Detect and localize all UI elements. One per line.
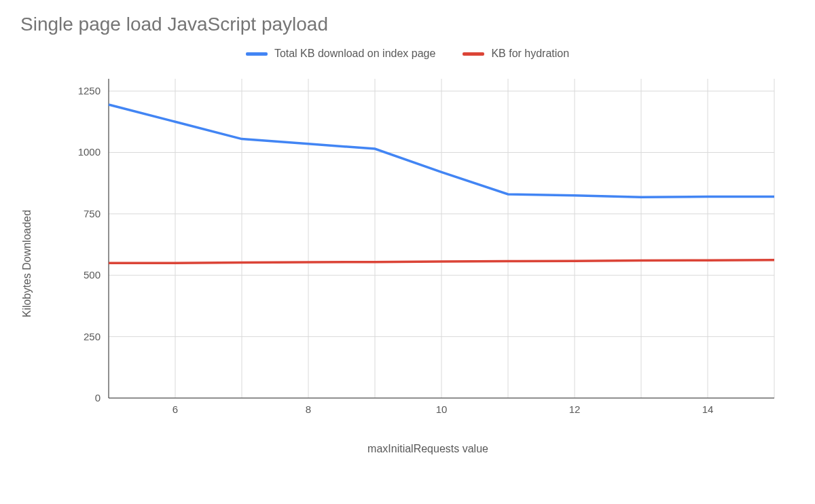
svg-text:500: 500 [84,269,101,281]
svg-text:6: 6 [173,403,178,415]
chart-legend: Total KB download on index page KB for h… [20,48,795,60]
svg-text:1000: 1000 [78,146,101,158]
svg-text:250: 250 [84,331,101,342]
svg-text:750: 750 [84,208,101,219]
legend-item-hydration: KB for hydration [463,48,569,60]
legend-label: KB for hydration [491,48,569,60]
chart-title: Single page load JavaScript payload [20,14,795,35]
plot-area: Kilobytes Downloaded 0250500750100012506… [61,72,795,455]
legend-swatch-icon [246,52,268,56]
legend-item-total: Total KB download on index page [246,48,436,60]
svg-text:8: 8 [306,403,311,415]
svg-text:14: 14 [702,403,714,415]
y-axis-label: Kilobytes Downloaded [21,210,33,317]
chart-svg: 02505007501000125068101214 [61,72,781,418]
legend-swatch-icon [463,52,484,56]
svg-text:12: 12 [569,403,581,415]
svg-text:1250: 1250 [78,85,101,96]
svg-text:10: 10 [436,403,448,415]
chart-container: Single page load JavaScript payload Tota… [20,14,795,455]
svg-text:0: 0 [95,392,101,403]
x-axis-label: maxInitialRequests value [61,443,795,455]
legend-label: Total KB download on index page [274,48,436,60]
